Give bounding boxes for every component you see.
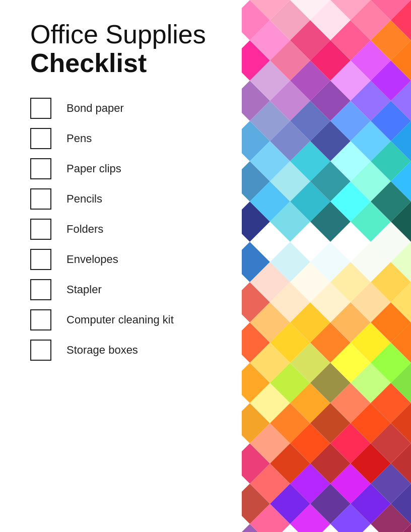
checkbox-2[interactable] xyxy=(30,128,51,149)
item-label-6: Envelopes xyxy=(66,253,118,266)
checkbox-7[interactable] xyxy=(30,279,51,300)
list-item: Folders xyxy=(30,219,217,240)
item-label-2: Pens xyxy=(66,132,92,145)
item-label-8: Computer cleaning kit xyxy=(66,313,174,326)
checkbox-9[interactable] xyxy=(30,340,51,361)
checkbox-1[interactable] xyxy=(30,98,51,119)
item-label-4: Pencils xyxy=(66,192,102,206)
checkbox-5[interactable] xyxy=(30,219,51,240)
item-label-9: Storage boxes xyxy=(66,344,138,357)
checklist: Bond paperPensPaper clipsPencilsFoldersE… xyxy=(30,98,217,361)
content-area: Office Supplies Checklist Bond paperPens… xyxy=(0,0,242,532)
checkbox-6[interactable] xyxy=(30,249,51,270)
item-label-5: Folders xyxy=(66,223,103,236)
list-item: Paper clips xyxy=(30,158,217,179)
item-label-7: Stapler xyxy=(66,283,102,296)
decorative-pattern xyxy=(230,0,411,532)
page: Office Supplies Checklist Bond paperPens… xyxy=(0,0,411,532)
list-item: Stapler xyxy=(30,279,217,300)
list-item: Pencils xyxy=(30,188,217,210)
list-item: Envelopes xyxy=(30,249,217,270)
list-item: Storage boxes xyxy=(30,340,217,361)
title-section: Office Supplies Checklist xyxy=(30,20,217,78)
list-item: Bond paper xyxy=(30,98,217,119)
title-line1: Office Supplies xyxy=(30,20,217,49)
item-label-1: Bond paper xyxy=(66,102,124,115)
checkbox-3[interactable] xyxy=(30,158,51,179)
checkbox-8[interactable] xyxy=(30,309,51,330)
title-line2: Checklist xyxy=(30,49,217,78)
checkbox-4[interactable] xyxy=(30,188,51,210)
item-label-3: Paper clips xyxy=(66,162,121,175)
list-item: Pens xyxy=(30,128,217,149)
list-item: Computer cleaning kit xyxy=(30,309,217,330)
